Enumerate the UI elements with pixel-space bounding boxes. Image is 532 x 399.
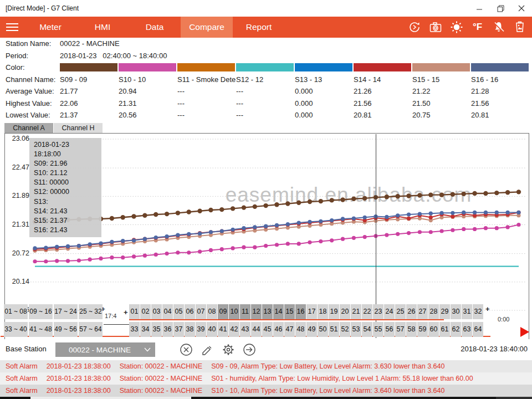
channel-button-11[interactable]: 11: [240, 304, 250, 319]
channel-button-35[interactable]: 35: [151, 322, 162, 337]
settings-gear-icon[interactable]: [221, 342, 236, 357]
channel-button-49[interactable]: 49: [306, 322, 317, 337]
channel-button-05[interactable]: 05: [173, 304, 184, 319]
channel-button-33[interactable]: 33: [129, 322, 140, 337]
channel-button-63[interactable]: 63: [462, 322, 472, 337]
channel-button-23[interactable]: 23: [373, 304, 383, 319]
channel-button-46[interactable]: 46: [273, 322, 284, 337]
channel-button-39[interactable]: 39: [196, 322, 206, 337]
channel-group-button[interactable]: 57 ~ 64: [79, 322, 103, 337]
channel-button-02[interactable]: 02: [140, 304, 151, 319]
alarm-row[interactable]: Soft Alarm2018-01-23 18:38:00Station: 00…: [0, 360, 532, 372]
channel-button-59[interactable]: 59: [417, 322, 428, 337]
channel-button-45[interactable]: 45: [262, 322, 273, 337]
tab-channel-a[interactable]: Channel A: [4, 123, 53, 133]
channel-button-38[interactable]: 38: [185, 322, 195, 337]
nav-item-hmi[interactable]: HMI: [76, 17, 129, 38]
channel-group-button[interactable]: 49 ~ 56: [54, 322, 78, 337]
channel-button-58[interactable]: 58: [406, 322, 417, 337]
nav-item-report[interactable]: Report: [233, 17, 285, 38]
alarm-row[interactable]: Soft Alarm2018-01-23 18:38:00Station: 00…: [0, 385, 532, 397]
channel-button-42[interactable]: 42: [229, 322, 239, 337]
play-next-icon[interactable]: [520, 327, 529, 337]
channel-button-29[interactable]: 29: [439, 304, 450, 319]
channel-button-25[interactable]: 25: [395, 304, 406, 319]
channel-button-20[interactable]: 20: [340, 304, 350, 319]
nav-item-data[interactable]: Data: [129, 17, 181, 38]
channel-group-button[interactable]: 01 ~ 08: [4, 304, 28, 319]
channel-button-44[interactable]: 44: [251, 322, 262, 337]
minimize-button[interactable]: [469, 0, 490, 17]
channel-button-10[interactable]: 10: [229, 304, 239, 319]
channel-button-01[interactable]: 01: [129, 304, 140, 319]
base-station-dropdown[interactable]: 00022 - MACHINE: [55, 342, 155, 357]
channel-button-14[interactable]: 14: [273, 304, 284, 319]
channel-button-07[interactable]: 07: [196, 304, 206, 319]
channel-button-08[interactable]: 08: [207, 304, 217, 319]
menu-icon[interactable]: [0, 17, 24, 38]
cancel-icon[interactable]: [178, 342, 193, 357]
channel-button-61[interactable]: 61: [439, 322, 450, 337]
channel-button-56[interactable]: 56: [384, 322, 395, 337]
zoom-plus-mid[interactable]: +: [124, 308, 128, 316]
channel-button-43[interactable]: 43: [240, 322, 250, 337]
sync-icon[interactable]: [407, 21, 421, 34]
channel-button-21[interactable]: 21: [351, 304, 361, 319]
channel-button-37[interactable]: 37: [173, 322, 184, 337]
channel-button-03[interactable]: 03: [151, 304, 162, 319]
channel-button-54[interactable]: 54: [362, 322, 372, 337]
brightness-icon[interactable]: [449, 21, 463, 34]
channel-button-16[interactable]: 16: [295, 304, 306, 319]
channel-button-28[interactable]: 28: [428, 304, 439, 319]
channel-button-26[interactable]: 26: [406, 304, 417, 319]
channel-button-04[interactable]: 04: [162, 304, 173, 319]
channel-button-22[interactable]: 22: [362, 304, 372, 319]
channel-button-31[interactable]: 31: [462, 304, 472, 319]
channel-button-51[interactable]: 51: [329, 322, 339, 337]
channel-group-button[interactable]: 25 ~ 32: [79, 304, 103, 319]
channel-button-40[interactable]: 40: [207, 322, 217, 337]
nav-item-compare[interactable]: Compare: [181, 17, 233, 38]
channel-button-53[interactable]: 53: [351, 322, 361, 337]
close-button[interactable]: [511, 0, 532, 17]
channel-button-06[interactable]: 06: [185, 304, 195, 319]
camera-icon[interactable]: [428, 21, 442, 34]
channel-group-button[interactable]: 09 ~ 16: [29, 304, 53, 319]
channel-button-64[interactable]: 64: [473, 322, 483, 337]
nav-item-meter[interactable]: Meter: [24, 17, 76, 38]
channel-group-button[interactable]: 41 ~ 48: [29, 322, 53, 337]
channel-button-50[interactable]: 50: [318, 322, 328, 337]
channel-button-41[interactable]: 41: [218, 322, 228, 337]
channel-group-button[interactable]: 33 ~ 40: [4, 322, 28, 337]
channel-button-13[interactable]: 13: [262, 304, 273, 319]
fahrenheit-icon[interactable]: °F: [470, 21, 484, 34]
channel-button-36[interactable]: 36: [162, 322, 173, 337]
channel-button-19[interactable]: 19: [329, 304, 339, 319]
channel-button-24[interactable]: 24: [384, 304, 395, 319]
channel-button-60[interactable]: 60: [428, 322, 439, 337]
channel-button-30[interactable]: 30: [451, 304, 461, 319]
channel-button-18[interactable]: 18: [318, 304, 328, 319]
tab-channel-h[interactable]: Channel H: [54, 123, 103, 133]
channel-button-15[interactable]: 15: [284, 304, 295, 319]
channel-button-17[interactable]: 17: [306, 304, 317, 319]
channel-button-34[interactable]: 34: [140, 322, 151, 337]
edit-icon[interactable]: [200, 342, 214, 357]
channel-button-52[interactable]: 52: [340, 322, 350, 337]
channel-button-32[interactable]: 32: [473, 304, 483, 319]
channel-button-57[interactable]: 57: [395, 322, 406, 337]
go-export-icon[interactable]: [242, 342, 257, 357]
image-export-icon[interactable]: [513, 21, 526, 34]
channel-button-12[interactable]: 12: [251, 304, 262, 319]
channel-button-09[interactable]: 09: [218, 304, 228, 319]
mute-bell-icon[interactable]: [492, 21, 505, 34]
channel-button-47[interactable]: 47: [284, 322, 295, 337]
restore-button[interactable]: [490, 0, 511, 17]
channel-button-55[interactable]: 55: [373, 322, 383, 337]
channel-button-48[interactable]: 48: [295, 322, 306, 337]
channel-group-button[interactable]: 17 ~ 24: [54, 304, 78, 319]
channel-button-27[interactable]: 27: [417, 304, 428, 319]
zoom-plus-right[interactable]: +: [485, 305, 490, 313]
alarm-row[interactable]: Soft Alarm2018-01-23 18:38:00Station: 00…: [0, 372, 532, 385]
channel-button-62[interactable]: 62: [451, 322, 461, 337]
